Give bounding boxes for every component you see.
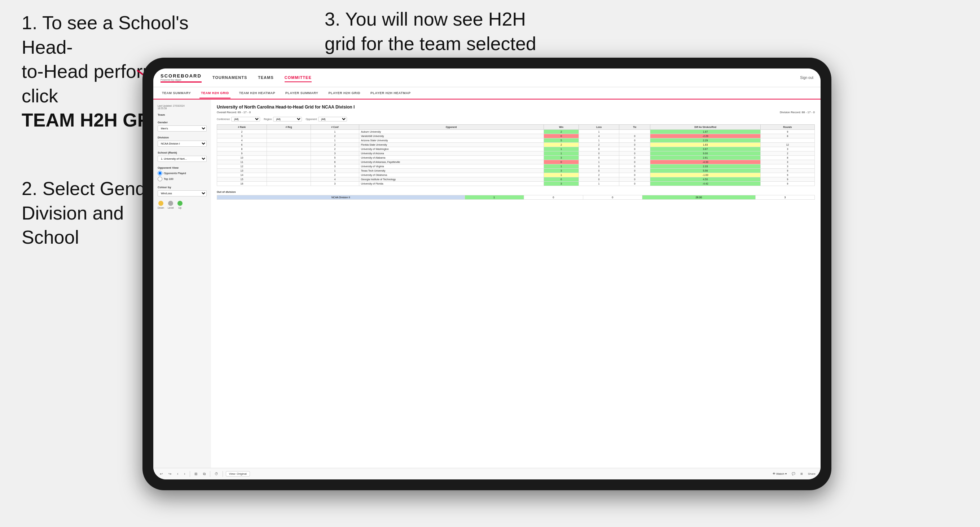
cell-reg xyxy=(267,143,310,147)
clock-btn[interactable]: ⏱ xyxy=(213,471,220,476)
table-row: 12 3 University of Virginia 1 0 0 2.33 3 xyxy=(217,164,815,169)
table-row: 16 3 University of Florida 3 1 0 -4.42 9 xyxy=(217,182,815,186)
ood-win: 1 xyxy=(465,195,524,200)
cell-diff: 2.29 xyxy=(650,138,760,143)
school-select[interactable]: 1. University of Nort... xyxy=(158,156,207,162)
radio-opponents-played[interactable]: Opponents Played xyxy=(158,171,207,176)
cell-reg xyxy=(267,169,310,173)
cell-tie xyxy=(619,130,650,134)
cell-rounds: 3 xyxy=(760,147,815,151)
filter-group-conference: Conference (All) xyxy=(217,117,260,121)
cell-rounds: 9 xyxy=(760,130,815,134)
grid-records: Overall Record: 89 - 17 - 0 Division Rec… xyxy=(217,111,815,114)
colour-level-dot xyxy=(168,201,173,206)
region-filter[interactable]: (All) xyxy=(273,117,302,121)
cell-tie: 0 xyxy=(619,151,650,156)
colour-down-dot xyxy=(158,201,163,206)
watch-btn[interactable]: 👁 Watch ▾ xyxy=(773,472,787,475)
col-reg: # Reg xyxy=(267,125,310,130)
sub-nav-player-h2h-grid[interactable]: PLAYER H2H GRID xyxy=(327,88,362,98)
cell-rank: 16 xyxy=(217,182,267,186)
colour-level-label: Level xyxy=(168,206,174,209)
cell-rounds: 8 xyxy=(760,134,815,138)
cell-diff: 2.33 xyxy=(650,164,760,169)
opponent-label: Opponent xyxy=(305,118,317,121)
cell-conf: 1 xyxy=(311,138,359,143)
col-conf: # Conf xyxy=(311,125,359,130)
cell-loss: 2 xyxy=(579,173,619,177)
col-diff: Diff Av Strokes/Rnd xyxy=(650,125,760,130)
nav-committee[interactable]: COMMITTEE xyxy=(285,73,312,82)
table-row: 2 1 Auburn University 2 1 1.67 9 xyxy=(217,130,815,134)
paste-btn[interactable]: ⧉ xyxy=(202,471,207,477)
undo-btn[interactable]: ↩ xyxy=(158,471,164,476)
cell-loss: 1 xyxy=(579,182,619,186)
table-row: 9 3 University of Arizona 1 0 0 9.00 2 xyxy=(217,151,815,156)
back-btn[interactable]: ‹ xyxy=(176,471,180,476)
opponent-filter[interactable]: (All) xyxy=(318,117,347,121)
sub-nav-team-h2h-heatmap[interactable]: TEAM H2H HEATMAP xyxy=(238,88,277,98)
overall-record: Overall Record: 89 - 17 - 0 xyxy=(217,111,251,114)
cell-conf: 6 xyxy=(311,160,359,164)
sub-nav-team-h2h-grid[interactable]: TEAM H2H GRID xyxy=(199,88,231,98)
cell-conf: 3 xyxy=(311,182,359,186)
cell-opponent: University of Alabama xyxy=(359,156,544,160)
conference-label: Conference xyxy=(217,118,230,121)
region-label: Region xyxy=(264,118,272,121)
redo-btn[interactable]: ↪ xyxy=(167,471,173,476)
cell-diff: -2.29 xyxy=(650,134,760,138)
conference-filter[interactable]: (All) xyxy=(231,117,260,121)
cell-win: 3 xyxy=(544,169,579,173)
cell-diff: 3.67 xyxy=(650,147,760,151)
forward-btn[interactable]: › xyxy=(183,471,186,476)
sign-out[interactable]: Sign out xyxy=(800,76,813,80)
crop-btn[interactable]: ⊞ xyxy=(193,471,199,476)
instruction-3: 3. You will now see H2H grid for the tea… xyxy=(325,7,536,56)
view-btn[interactable]: View: Original xyxy=(226,471,250,476)
logo-bar xyxy=(161,81,202,83)
colour-select[interactable]: Win/Loss xyxy=(158,190,207,197)
cell-tie: 0 xyxy=(619,138,650,143)
table-row: 8 2 University of Washington 1 0 0 3.67 … xyxy=(217,147,815,151)
radio-top100-input[interactable] xyxy=(158,177,162,181)
toolbar-divider-2 xyxy=(210,471,210,477)
col-opponent: Opponent xyxy=(359,125,544,130)
ood-table: NCAA Division II 1 0 0 26.00 3 xyxy=(217,195,815,200)
cell-reg xyxy=(267,147,310,151)
division-select[interactable]: NCAA Division I xyxy=(158,141,207,147)
sub-nav-player-summary[interactable]: PLAYER SUMMARY xyxy=(284,88,320,98)
cell-conf: 1 xyxy=(311,130,359,134)
division-record: Division Record: 88 - 17 - 0 xyxy=(780,111,815,114)
share-btn[interactable]: Share xyxy=(808,472,816,475)
cell-reg xyxy=(267,177,310,182)
colour-label: Colour by xyxy=(158,186,207,189)
cell-diff: -4.33 xyxy=(650,160,760,164)
school-label: School (Rank) xyxy=(158,151,207,154)
cell-rank: 2 xyxy=(217,130,267,134)
colour-up-dot xyxy=(177,201,183,206)
ood-rounds: 3 xyxy=(755,195,815,200)
radio-top100[interactable]: Top 100 xyxy=(158,177,207,181)
filter-group-region: Region (All) xyxy=(264,117,302,121)
cell-win: 0 xyxy=(544,160,579,164)
radio-opponents-played-input[interactable] xyxy=(158,171,162,176)
grid-btn[interactable]: ⊞ xyxy=(800,472,803,475)
comment-btn[interactable]: 💬 xyxy=(792,472,795,475)
cell-opponent: University of Arkansas, Fayetteville xyxy=(359,160,544,164)
ood-loss: 0 xyxy=(524,195,583,200)
cell-win: 3 xyxy=(544,182,579,186)
cell-conf: 2 xyxy=(311,173,359,177)
sub-nav-team-summary[interactable]: TEAM SUMMARY xyxy=(161,88,192,98)
gender-label: Gender xyxy=(158,121,207,124)
cell-tie: 0 xyxy=(619,156,650,160)
opponent-view-radios: Opponents Played Top 100 xyxy=(158,171,207,181)
filter-group-opponent: Opponent (All) xyxy=(305,117,347,121)
nav-teams[interactable]: TEAMS xyxy=(258,73,274,82)
radio-top100-label: Top 100 xyxy=(164,177,173,181)
nav-tournaments[interactable]: TOURNAMENTS xyxy=(212,73,247,82)
cell-opponent: Arizona State University xyxy=(359,138,544,143)
cell-tie: 0 xyxy=(619,143,650,147)
gender-select[interactable]: Men's xyxy=(158,125,207,132)
ood-diff: 26.00 xyxy=(642,195,755,200)
sub-nav-player-h2h-heatmap[interactable]: PLAYER H2H HEATMAP xyxy=(369,88,412,98)
